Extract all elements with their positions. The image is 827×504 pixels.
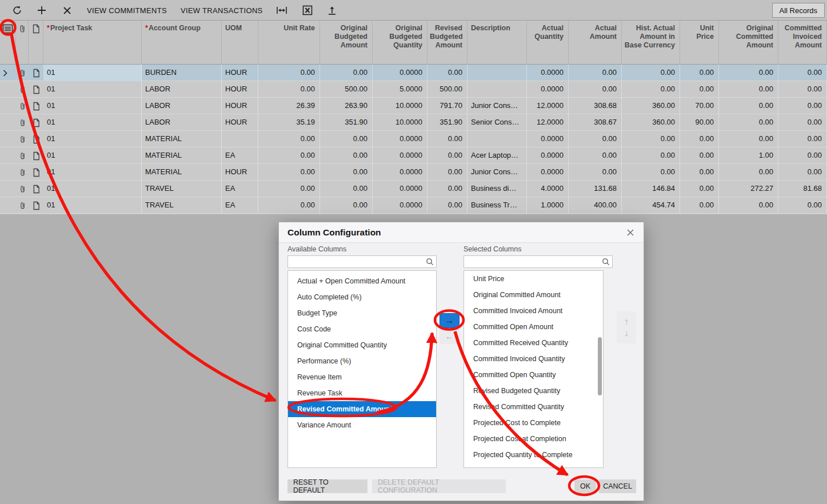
selected-column-item[interactable]: Committed Open Quantity (464, 367, 603, 383)
cell-unit_rate[interactable]: 0.00 (258, 164, 320, 181)
cell-description[interactable] (468, 81, 527, 98)
selected-column-item[interactable]: Projected Quantity to Complete (464, 447, 603, 463)
table-row[interactable]: 01LABORHOUR35.19351.9010.0000351.90Senio… (0, 114, 827, 131)
cell-hist_actual_amount_in_base_currency[interactable]: 360.00 (622, 114, 680, 131)
available-column-item[interactable]: Budget Type (288, 305, 436, 321)
cell-original_budgeted_quantity[interactable]: 10.0000 (373, 98, 428, 114)
move-up-button[interactable]: ↑ (624, 317, 629, 327)
cell-account_group[interactable]: MATERIAL (142, 131, 222, 147)
selected-column-item[interactable]: Original Committed Amount (464, 287, 603, 303)
available-column-item[interactable]: Auto Completed (%) (288, 289, 436, 305)
column-header-unit_price[interactable]: Unit Price (680, 21, 719, 65)
selected-column-item[interactable]: Projected Quantity at Completion (464, 463, 603, 468)
cell-original_budgeted_quantity[interactable]: 5.0000 (373, 81, 428, 98)
cell-unit_price[interactable]: 0.00 (680, 131, 719, 147)
row-note-icon[interactable] (29, 197, 43, 214)
row-paperclip-icon[interactable] (16, 147, 29, 164)
cell-account_group[interactable]: LABOR (142, 114, 222, 131)
row-paperclip-icon[interactable] (16, 65, 29, 81)
cell-hist_actual_amount_in_base_currency[interactable]: 0.00 (622, 164, 680, 181)
column-header-unit_rate[interactable]: Unit Rate (258, 21, 320, 65)
cell-actual_quantity[interactable]: 0.0000 (527, 81, 569, 98)
refresh-button[interactable] (10, 0, 24, 21)
selected-column-item[interactable]: Committed Invoiced Amount (464, 303, 603, 319)
cell-revised_budgeted_amount[interactable]: 0.00 (428, 181, 468, 197)
cell-uom[interactable]: HOUR (222, 65, 258, 81)
column-header-uom[interactable]: UOM (222, 21, 258, 65)
cell-description[interactable]: Junior Cons… (468, 98, 527, 114)
cell-unit_price[interactable]: 0.00 (680, 181, 719, 197)
cell-original_budgeted_amount[interactable]: 0.00 (320, 147, 373, 164)
cell-project_task[interactable]: 01 (43, 65, 142, 81)
cell-project_task[interactable]: 01 (43, 114, 142, 131)
available-column-item[interactable]: Performance (%) (288, 353, 436, 369)
row-paperclip-icon[interactable] (16, 131, 29, 147)
row-note-icon[interactable] (29, 98, 43, 114)
cell-original_budgeted_quantity[interactable]: 0.0000 (373, 131, 428, 147)
cell-original_budgeted_quantity[interactable]: 0.0000 (373, 197, 428, 214)
cell-hist_actual_amount_in_base_currency[interactable]: 0.00 (622, 147, 680, 164)
cell-unit_rate[interactable]: 0.00 (258, 197, 320, 214)
cell-unit_rate[interactable]: 0.00 (258, 81, 320, 98)
cell-actual_amount[interactable]: 0.00 (569, 164, 622, 181)
table-row[interactable]: 01TRAVELEA0.000.000.00000.00Business di…… (0, 181, 827, 197)
cell-committed_invoiced_amount[interactable]: 0.00 (778, 65, 827, 81)
cell-account_group[interactable]: MATERIAL (142, 147, 222, 164)
row-paperclip-icon[interactable] (16, 164, 29, 181)
cell-project_task[interactable]: 01 (43, 164, 142, 181)
cell-hist_actual_amount_in_base_currency[interactable]: 0.00 (622, 65, 680, 81)
cell-uom[interactable]: EA (222, 197, 258, 214)
cell-actual_amount[interactable]: 131.68 (569, 181, 622, 197)
selected-column-item[interactable]: Revised Committed Quantity (464, 399, 603, 415)
cell-original_committed_amount[interactable]: 0.00 (719, 65, 778, 81)
available-column-item[interactable]: Original Committed Quantity (288, 337, 436, 353)
cell-unit_price[interactable]: 70.00 (680, 98, 719, 114)
cell-unit_price[interactable]: 0.00 (680, 197, 719, 214)
row-paperclip-icon[interactable] (16, 81, 29, 98)
cell-revised_budgeted_amount[interactable]: 0.00 (428, 147, 468, 164)
cell-actual_quantity[interactable]: 0.0000 (527, 147, 569, 164)
selected-list-scrollbar[interactable] (598, 337, 602, 395)
delete-row-button[interactable] (60, 0, 74, 21)
cell-committed_invoiced_amount[interactable]: 0.00 (778, 147, 827, 164)
cell-original_budgeted_quantity[interactable]: 10.0000 (373, 114, 428, 131)
cell-revised_budgeted_amount[interactable]: 0.00 (428, 164, 468, 181)
cell-original_budgeted_amount[interactable]: 0.00 (320, 65, 373, 81)
cell-revised_budgeted_amount[interactable]: 500.00 (428, 81, 468, 98)
cell-actual_amount[interactable]: 0.00 (569, 81, 622, 98)
column-header-committed_invoiced_amount[interactable]: Committed Invoiced Amount (778, 21, 827, 65)
cell-original_committed_amount[interactable]: 0.00 (719, 164, 778, 181)
cell-committed_invoiced_amount[interactable]: 81.68 (778, 181, 827, 197)
reset-to-default-button[interactable]: RESET TO DEFAULT (287, 479, 367, 493)
cancel-button[interactable]: CANCEL (599, 479, 636, 493)
cell-uom[interactable]: EA (222, 181, 258, 197)
add-row-button[interactable] (35, 0, 49, 21)
cell-project_task[interactable]: 01 (43, 181, 142, 197)
cell-actual_amount[interactable]: 0.00 (569, 65, 622, 81)
cell-original_budgeted_amount[interactable]: 351.90 (320, 114, 373, 131)
cell-project_task[interactable]: 01 (43, 147, 142, 164)
cell-committed_invoiced_amount[interactable]: 0.00 (778, 81, 827, 98)
column-header-account_group[interactable]: *Account Group (142, 21, 222, 65)
cell-uom[interactable]: HOUR (222, 81, 258, 98)
cell-revised_budgeted_amount[interactable]: 791.70 (428, 98, 468, 114)
cell-committed_invoiced_amount[interactable]: 0.00 (778, 114, 827, 131)
cell-original_budgeted_quantity[interactable]: 0.0000 (373, 147, 428, 164)
cell-uom[interactable] (222, 131, 258, 147)
available-column-item[interactable]: Revenue Task (288, 385, 436, 401)
table-row[interactable]: 01MATERIALEA0.000.000.00000.00Acer Lapto… (0, 147, 827, 164)
selected-column-item[interactable]: Committed Received Quantity (464, 335, 603, 351)
cell-project_task[interactable]: 01 (43, 197, 142, 214)
cell-original_budgeted_quantity[interactable]: 0.0000 (373, 181, 428, 197)
attachments-column-header[interactable] (16, 21, 29, 65)
export-excel-button[interactable] (300, 0, 315, 21)
selected-column-item[interactable]: Projected Cost to Complete (464, 415, 603, 431)
column-config-button[interactable] (0, 21, 16, 65)
cell-actual_quantity[interactable]: 4.0000 (527, 181, 569, 197)
row-note-icon[interactable] (29, 65, 43, 81)
fit-width-button[interactable] (274, 0, 289, 21)
available-column-item[interactable]: Actual + Open Committed Amount (288, 273, 436, 289)
cell-description[interactable]: Acer Laptop… (468, 147, 527, 164)
selected-column-item[interactable]: Committed Invoiced Quantity (464, 351, 603, 367)
row-paperclip-icon[interactable] (16, 197, 29, 214)
